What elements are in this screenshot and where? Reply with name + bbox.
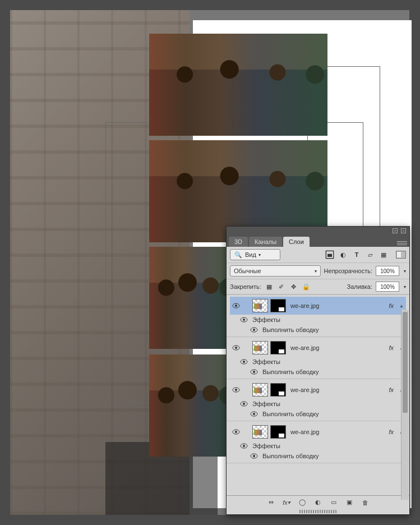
mask-thumbnail[interactable] (270, 341, 286, 354)
placed-image[interactable] (149, 247, 234, 349)
visibility-toggle[interactable] (232, 344, 240, 352)
stroke-effect-label: Выполнить обводку (262, 369, 319, 375)
scrollbar[interactable] (401, 310, 409, 500)
panel-tabs: 3D Каналы Слои (227, 234, 409, 247)
stroke-effect-label: Выполнить обводку (262, 411, 319, 417)
filter-row: 🔍 Вид ▾ ◐ T ▱ ▦ (227, 247, 409, 263)
layer-item[interactable]: we-are.jpg fx ▲ Эффекты Выполнить обводк… (227, 421, 409, 463)
svg-point-25 (253, 455, 255, 457)
placed-image[interactable] (149, 354, 234, 457)
mask-thumbnail[interactable] (270, 383, 286, 397)
layers-list: we-are.jpg fx ▲ Эффекты Выполнить обводк… (227, 294, 409, 495)
collapse-icon[interactable]: « (393, 228, 398, 233)
layer-name[interactable]: we-are.jpg (290, 386, 385, 393)
lock-transparency-icon[interactable]: ▦ (265, 282, 274, 291)
tab-layers[interactable]: Слои (283, 237, 310, 247)
chevron-down-icon: ▾ (315, 269, 317, 274)
svg-point-23 (243, 445, 245, 447)
visibility-toggle[interactable] (232, 302, 240, 310)
blend-mode-dropdown[interactable]: Обычные ▾ (230, 265, 321, 277)
scrollbar-thumb[interactable] (403, 312, 408, 413)
layer-mask-icon[interactable]: ◯ (298, 499, 306, 506)
opacity-value[interactable]: 100% (376, 266, 399, 276)
filter-smartobject-icon[interactable]: ▦ (379, 250, 388, 259)
svg-rect-1 (327, 254, 332, 257)
layer-filter-dropdown[interactable]: 🔍 Вид ▾ (230, 249, 280, 260)
group-icon[interactable]: ▭ (330, 499, 338, 506)
layer-name[interactable]: we-are.jpg (290, 344, 385, 351)
fx-badge[interactable]: fx (389, 429, 394, 435)
fx-badge[interactable]: fx (389, 386, 394, 393)
link-layers-icon[interactable]: ⇔ (267, 499, 275, 506)
layer-item[interactable]: we-are.jpg fx ▲ Эффекты Выполнить обводк… (227, 337, 409, 379)
stroke-effect-label: Выполнить обводку (262, 326, 319, 333)
fx-badge[interactable]: fx (389, 302, 394, 309)
visibility-toggle[interactable] (232, 386, 240, 394)
svg-point-21 (235, 431, 237, 433)
layer-item[interactable]: we-are.jpg fx ▲ Эффекты Выполнить обводк… (227, 379, 409, 421)
mask-thumbnail[interactable] (270, 299, 286, 312)
placed-image[interactable] (149, 34, 327, 136)
fill-value[interactable]: 100% (376, 282, 399, 292)
collapse-effects-icon[interactable]: ▲ (399, 303, 404, 308)
svg-point-5 (243, 319, 245, 321)
fx-badge[interactable]: fx (389, 344, 394, 351)
blend-row: Обычные ▾ Непрозрачность: 100% ▾ (227, 263, 409, 279)
visibility-toggle[interactable] (250, 410, 258, 418)
lock-pixels-icon[interactable]: ✐ (277, 282, 286, 291)
stroke-effect-label: Выполнить обводку (262, 453, 319, 459)
adjustment-layer-icon[interactable]: ◐ (314, 499, 322, 506)
filter-toggle[interactable] (396, 251, 406, 259)
delete-layer-icon[interactable]: 🗑 (361, 499, 369, 506)
svg-point-11 (243, 361, 245, 363)
visibility-toggle[interactable] (240, 442, 248, 450)
svg-point-19 (253, 413, 255, 415)
visibility-toggle[interactable] (240, 316, 248, 324)
tab-3d[interactable]: 3D (229, 237, 248, 247)
svg-point-7 (253, 329, 255, 331)
svg-point-15 (235, 389, 237, 391)
visibility-toggle[interactable] (232, 428, 240, 436)
panel-titlebar[interactable]: « × (227, 227, 409, 234)
panel-menu-icon[interactable] (397, 239, 407, 247)
lock-all-icon[interactable]: 🔒 (302, 282, 311, 291)
resize-grip[interactable] (299, 510, 336, 513)
svg-point-9 (235, 347, 237, 349)
layer-thumbnail[interactable] (252, 383, 268, 397)
filter-shape-icon[interactable]: ▱ (366, 250, 375, 259)
visibility-toggle[interactable] (250, 368, 258, 376)
effects-label: Эффекты (252, 400, 280, 407)
chevron-down-icon[interactable]: ▾ (404, 269, 406, 274)
layer-name[interactable]: we-are.jpg (290, 429, 385, 435)
lock-position-icon[interactable]: ✥ (289, 282, 298, 291)
new-layer-icon[interactable]: ▣ (345, 499, 353, 506)
filter-text-icon[interactable]: T (352, 250, 361, 259)
visibility-toggle[interactable] (250, 452, 258, 460)
svg-point-3 (235, 305, 237, 307)
layers-panel: « × 3D Каналы Слои 🔍 Вид ▾ ◐ T ▱ ▦ Обычн… (226, 226, 410, 515)
lock-label: Закрепить: (230, 283, 261, 290)
fill-label: Заливка: (347, 283, 372, 290)
search-icon: 🔍 (234, 250, 243, 259)
layer-item[interactable]: we-are.jpg fx ▲ Эффекты Выполнить обводк… (227, 295, 409, 337)
lock-row: Закрепить: ▦ ✐ ✥ 🔒 Заливка: 100% ▾ (227, 279, 409, 294)
visibility-toggle[interactable] (240, 400, 248, 408)
layer-name[interactable]: we-are.jpg (290, 302, 385, 309)
tab-channels[interactable]: Каналы (249, 237, 282, 247)
filter-adjustment-icon[interactable]: ◐ (339, 250, 348, 259)
visibility-toggle[interactable] (250, 326, 258, 334)
panel-footer: ⇔ fx▾ ◯ ◐ ▭ ▣ 🗑 (227, 495, 409, 509)
opacity-label: Непрозрачность: (324, 268, 372, 274)
svg-point-17 (243, 403, 245, 405)
close-icon[interactable]: × (401, 228, 406, 233)
filter-pixel-icon[interactable] (325, 250, 334, 259)
filter-label: Вид (245, 251, 256, 258)
visibility-toggle[interactable] (240, 358, 248, 366)
layer-thumbnail[interactable] (252, 425, 268, 439)
blend-mode-value: Обычные (234, 268, 261, 274)
mask-thumbnail[interactable] (270, 425, 286, 439)
layer-style-icon[interactable]: fx▾ (283, 499, 290, 506)
layer-thumbnail[interactable] (252, 299, 268, 312)
chevron-down-icon[interactable]: ▾ (404, 284, 406, 289)
layer-thumbnail[interactable] (252, 341, 268, 354)
